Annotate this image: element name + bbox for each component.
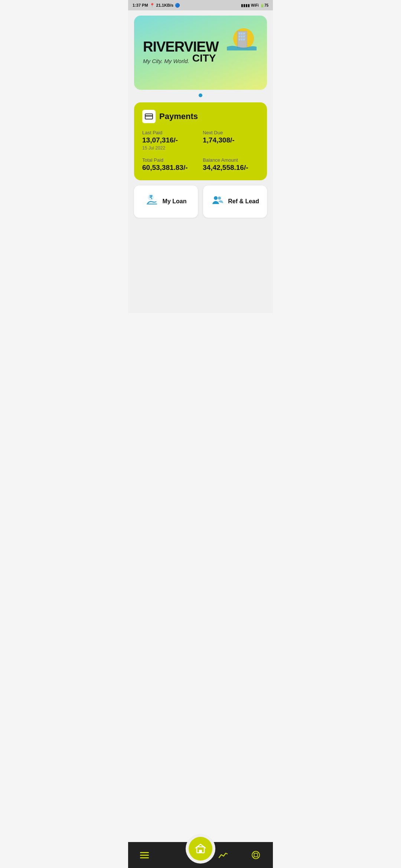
bluetooth-icon: 🔵: [175, 3, 180, 8]
brand-tagline: My City. My World.: [143, 58, 189, 64]
wifi-icon: WiFi: [251, 3, 259, 7]
banner-logo-icon: [223, 24, 257, 54]
ref-lead-label: Ref & Lead: [228, 198, 259, 205]
dot-1: [199, 93, 202, 97]
total-paid-label: Total Paid: [142, 157, 198, 163]
payments-title: Payments: [159, 112, 198, 121]
svg-rect-8: [239, 39, 240, 40]
payments-header: Payments: [142, 110, 259, 123]
svg-rect-5: [239, 36, 240, 37]
svg-rect-3: [241, 33, 242, 34]
balance-amount-item: Balance Amount 34,42,558.16/-: [203, 157, 259, 172]
battery-icon: 🔋75: [260, 3, 268, 7]
svg-point-16: [218, 197, 221, 200]
svg-rect-4: [243, 33, 245, 34]
network-speed: 21.1KB/s: [156, 3, 173, 7]
svg-rect-9: [241, 39, 242, 40]
ref-and-lead-button[interactable]: Ref & Lead: [203, 185, 267, 218]
ref-lead-icon: [211, 194, 224, 210]
my-loan-button[interactable]: ₹ My Loan: [134, 185, 198, 218]
svg-rect-6: [241, 36, 242, 37]
balance-amount-value: 34,42,558.16/-: [203, 164, 259, 172]
svg-rect-7: [243, 36, 245, 37]
brand-city: CITY: [192, 52, 216, 64]
last-paid-value: 13,07,316/-: [142, 136, 198, 145]
action-row: ₹ My Loan Ref & Lead: [134, 185, 267, 218]
total-paid-value: 60,53,381.83/-: [142, 164, 198, 172]
payments-card: Payments Last Paid 13,07,316/- 15 Jul 20…: [134, 102, 267, 180]
next-due-value: 1,74,308/-: [203, 136, 259, 145]
next-due-label: Next Due: [203, 130, 259, 135]
svg-point-15: [214, 196, 218, 200]
brand-name: RIVERVIEW: [143, 40, 219, 54]
last-paid-date: 15 Jul 2022: [142, 145, 198, 151]
banner-logo-text: RIVERVIEW My City. My World. CITY: [143, 40, 219, 64]
total-paid-item: Total Paid 60,53,381.83/-: [142, 157, 198, 172]
banner-card: RIVERVIEW My City. My World. CITY: [134, 16, 267, 90]
last-paid-item: Last Paid 13,07,316/- 15 Jul 2022: [142, 130, 198, 151]
my-loan-label: My Loan: [163, 198, 187, 205]
my-loan-icon: ₹: [146, 194, 159, 210]
svg-rect-10: [243, 39, 245, 40]
main-content: RIVERVIEW My City. My World. CITY: [128, 10, 273, 313]
signal-icon: ▮▮▮▮: [241, 3, 250, 7]
payments-grid: Last Paid 13,07,316/- 15 Jul 2022 Next D…: [142, 130, 259, 172]
payments-icon: [142, 110, 156, 123]
status-bar: 1:37 PM 📍 21.1KB/s 🔵 ▮▮▮▮ WiFi 🔋75: [128, 0, 273, 10]
next-due-item: Next Due 1,74,308/-: [203, 130, 259, 151]
balance-amount-label: Balance Amount: [203, 157, 259, 163]
svg-rect-2: [239, 33, 240, 34]
svg-text:₹: ₹: [149, 194, 153, 200]
svg-rect-12: [145, 115, 153, 116]
dots-indicator: [134, 93, 267, 97]
last-paid-label: Last Paid: [142, 130, 198, 135]
location-icon: 📍: [150, 3, 155, 8]
time: 1:37 PM: [133, 3, 148, 7]
